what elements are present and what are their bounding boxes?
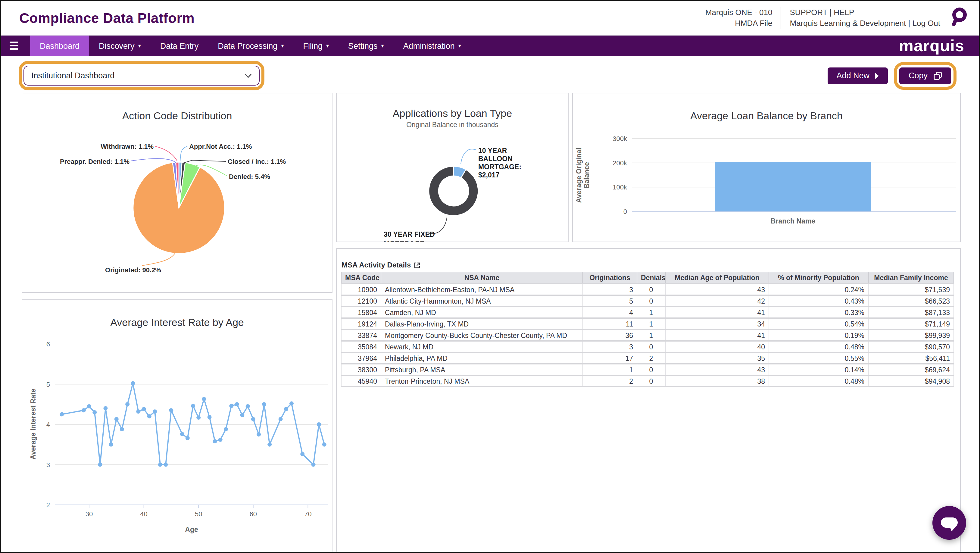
nav-item-label: Filing [303, 41, 323, 50]
table-cell: Trenton-Princeton, NJ MSA [381, 375, 583, 387]
table-cell: $71,539 [868, 284, 954, 295]
table-row: 10900Allentown-Bethlehem-Easton, PA-NJ M… [341, 284, 954, 295]
data-point [213, 439, 217, 443]
copy-button[interactable]: Copy [900, 67, 951, 84]
support-help-links[interactable]: SUPPORT | HELP [790, 8, 940, 18]
table-cell: 0 [637, 284, 665, 295]
add-new-button[interactable]: Add New [827, 67, 888, 84]
column-header-originations: Originations [583, 272, 637, 284]
pie-label-connector [131, 158, 176, 163]
data-point [278, 417, 283, 421]
nav-item-settings[interactable]: Settings▾ [339, 35, 394, 56]
data-point [267, 443, 272, 447]
table-cell: 0.48% [769, 341, 868, 352]
chart-title: Action Code Distribution [22, 110, 332, 122]
y-tick-label: 200k [612, 159, 627, 167]
table-cell: $90,570 [868, 341, 954, 352]
table-row: 15804Camden, NJ MD41410.33%$87,133 [341, 307, 954, 318]
triangle-right-icon [875, 73, 879, 79]
table-cell: 1 [637, 307, 665, 318]
learning-logout-links[interactable]: Marquis Learning & Development | Log Out [790, 18, 940, 29]
data-point [256, 432, 261, 437]
data-point [186, 436, 190, 440]
pie-slice-label: Preappr. Denied: 1.1% [60, 158, 129, 165]
data-point [164, 463, 168, 467]
table-cell: 38300 [341, 364, 381, 375]
x-tick-label: 30 [86, 510, 93, 518]
data-point [290, 402, 294, 406]
column-header-of-minority-population: % of Minority Population [769, 272, 868, 284]
table-cell: 37964 [341, 352, 381, 364]
y-tick-label: 5 [46, 381, 50, 388]
line-series [62, 383, 325, 465]
table-cell: 12100 [341, 295, 381, 307]
table-row: 12100Atlantic City-Hammonton, NJ MSA5042… [341, 295, 954, 307]
table-cell: $71,149 [868, 318, 954, 330]
table-cell: 0.14% [769, 364, 868, 375]
chart-title: Average Loan Balance by Branch [573, 110, 960, 122]
pie-slice-label: Withdrawn: 1.1% [100, 143, 154, 150]
header-links: SUPPORT | HELP Marquis Learning & Develo… [781, 8, 940, 29]
y-tick-label: 6 [46, 340, 50, 348]
table-cell: 38 [665, 375, 769, 387]
column-header-median-family-income: Median Family Income [868, 272, 954, 284]
dashboard-select[interactable]: Institutional Dashboard [24, 66, 259, 86]
table-cell: 2 [637, 352, 665, 364]
table-cell: 0 [637, 295, 665, 307]
interest-rate-line-chart: 234563040506070AgeAverage Interest Rate [22, 300, 332, 552]
data-point [147, 414, 151, 418]
table-cell: 33874 [341, 330, 381, 341]
table-cell: 35084 [341, 341, 381, 352]
chevron-down-icon: ▾ [138, 43, 141, 49]
column-header-nsa-name: NSA Name [381, 272, 583, 284]
table-cell: 2 [583, 375, 637, 387]
y-axis-title: Average OriginalBalance [575, 148, 590, 203]
main-nav: DashboardDiscovery▾Data EntryData Proces… [1, 35, 979, 56]
nav-item-label: Data Processing [218, 41, 277, 50]
bar-branch[interactable] [715, 162, 871, 212]
chat-bubble-icon [932, 506, 966, 540]
table-cell: $66,523 [868, 295, 954, 307]
dashboard-select-value: Institutional Dashboard [31, 71, 115, 80]
table-cell: $56,411 [868, 352, 954, 364]
data-point [317, 422, 321, 427]
file-name: HMDA File [705, 18, 773, 29]
table-cell: 0 [637, 341, 665, 352]
data-point [262, 402, 266, 406]
data-point [87, 404, 91, 408]
pie-slice-label: Originated: 90.2% [105, 266, 161, 274]
nav-item-administration[interactable]: Administration▾ [394, 35, 471, 56]
table-row: 38300Pittsburgh, PA MSA10430.14%$69,624 [341, 364, 954, 375]
table-cell: 0.19% [769, 330, 868, 341]
table-cell: 0.43% [769, 295, 868, 307]
data-point [158, 463, 162, 467]
data-point [224, 427, 228, 431]
nav-item-filing[interactable]: Filing▾ [293, 35, 339, 56]
nav-item-discovery[interactable]: Discovery▾ [89, 35, 151, 56]
table-cell: 0 [637, 364, 665, 375]
table-cell: 0.24% [769, 284, 868, 295]
data-point [284, 407, 288, 411]
x-tick-label: 60 [250, 510, 257, 518]
nav-item-label: Discovery [99, 41, 135, 50]
column-header-msa-code: MSA Code [341, 272, 381, 284]
column-header-denials: Denials [637, 272, 665, 284]
nav-item-dashboard[interactable]: Dashboard [30, 35, 89, 56]
donut-slice-30-year-fixed-mortgage[interactable] [429, 166, 478, 216]
y-tick-label: 4 [46, 421, 50, 428]
table-cell: $99,939 [868, 330, 954, 341]
chevron-down-icon: ▾ [281, 43, 284, 49]
search-icon[interactable] [948, 6, 969, 30]
nav-item-data-processing[interactable]: Data Processing▾ [208, 35, 293, 56]
x-axis-title: Age [185, 526, 198, 534]
screenshot-frame: Compliance Data Platform Marquis ONE - 0… [0, 0, 980, 553]
y-tick-label: 0 [624, 208, 627, 215]
table-cell: 4 [583, 307, 637, 318]
external-link-icon[interactable] [414, 262, 420, 268]
chat-button[interactable] [932, 506, 966, 540]
data-point [82, 408, 86, 412]
nav-item-data-entry[interactable]: Data Entry [151, 35, 208, 56]
hamburger-menu-icon[interactable] [1, 35, 27, 56]
table-cell: $94,908 [868, 375, 954, 387]
table-cell: 11 [583, 318, 637, 330]
